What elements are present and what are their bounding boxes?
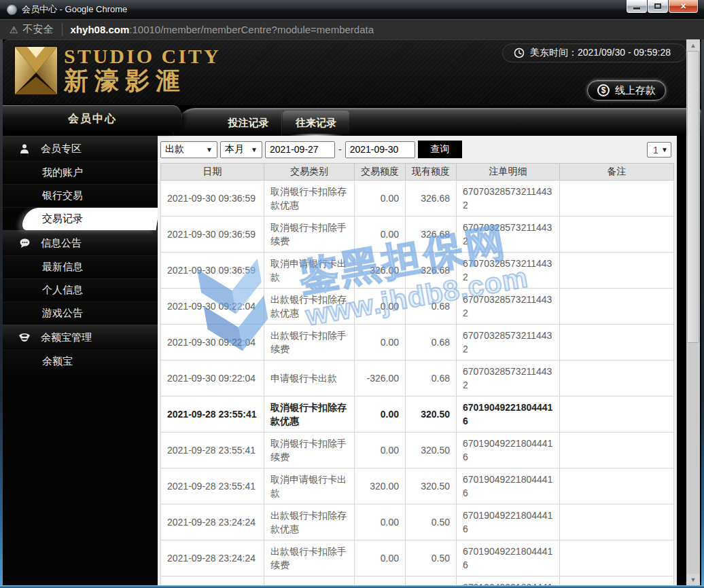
address-bar[interactable]: ⚠ 不安全 xhyh08.com:10010/member/memberCent… [0,19,704,39]
site-header: STUDIO CITY 新濠影滙 美东时间：2021/09/30 - 09:59… [3,39,701,105]
cell-balance: 320.50 [406,397,457,433]
cell-balance: 320.50 [406,468,457,504]
sidebar-item-bank-transactions[interactable]: 银行交易 [3,184,158,207]
cell-detail: 670703285732114432 [457,217,560,253]
scrollbar-thumb[interactable] [687,51,699,343]
cell-detail: 670190492218044416 [457,540,560,576]
sidebar-item-personal-info[interactable]: 个人信息 [3,278,158,301]
scroll-down-arrow-icon[interactable]: ▼ [686,574,700,585]
cell-amount: 0.00 [355,289,406,325]
cell-detail: 670190492218044416 [457,576,560,586]
close-icon: × [680,1,686,11]
cell-amount: 0.00 [355,217,406,253]
cell-balance: 320.50 [406,433,457,468]
main-content: 出款▼ 本月▼ - 查询 1▼ [158,136,677,585]
cell-date: 2021-09-28 23:55:41 [161,433,264,468]
table-row: 2021-09-30 09:22:04 出款银行卡扣除存款优惠 0.00 0.6… [161,289,674,325]
sidebar-item-yuebao[interactable]: 余额宝 [3,350,158,373]
cell-type: 出款银行卡扣除存款优惠 [264,289,355,325]
sidebar-item-transaction-records[interactable]: 交易记录 [3,207,158,230]
maximize-button[interactable] [648,0,668,13]
col-type: 交易类别 [264,164,355,181]
url-text: xhyh08.com:10010/member/memberCentre?mod… [71,24,374,35]
cell-detail: 670703285732114432 [457,325,560,361]
table-row: 2021-09-30 09:22:04 出款银行卡扣除手续费 0.00 0.68… [161,325,674,361]
date-range-separator: - [338,144,342,155]
message-icon [18,237,31,249]
cell-note [560,217,674,253]
cell-note [560,397,674,433]
table-row: 2021-09-28 23:55:41 取消银行卡扣除存款优惠 0.00 320… [161,397,674,433]
cell-amount: -320.00 [355,576,406,586]
window-border-bottom [0,585,704,588]
sidebar-item-game-announcements[interactable]: 游戏公告 [3,301,158,325]
col-amount: 交易额度 [355,164,406,181]
chevron-down-icon: ▼ [661,146,668,153]
chevron-down-icon: ▼ [206,146,213,153]
tab-betting-records[interactable]: 投注记录 [215,111,282,136]
maximize-icon [654,3,661,9]
member-centre-label: 会员中心 [68,112,117,126]
vertical-scrollbar[interactable]: ▲ ▼ [686,39,700,585]
period-select[interactable]: 本月▼ [220,141,262,158]
table-row: 2021-09-30 09:36:59 取消银行卡扣除存款优惠 0.00 326… [161,181,674,217]
cell-type: 取消银行卡扣除手续费 [264,433,355,468]
online-deposit-button[interactable]: $ 线上存款 [587,80,666,100]
cell-balance: 0.68 [406,289,457,325]
table-row: 2021-09-30 09:36:59 取消银行卡扣除手续费 0.00 326.… [161,217,674,253]
cell-type: 申请银行卡出款 [264,361,355,397]
cell-type: 取消申请银行卡出款 [264,253,355,289]
cell-amount: 0.00 [355,181,406,217]
window-title: 会员中心 - Google Chrome [22,3,127,16]
studio-city-x-logo-icon [14,45,58,96]
cell-detail: 670703285732114432 [457,361,560,397]
site-logo[interactable]: STUDIO CITY 新濠影滙 [14,45,221,96]
cell-balance: 326.68 [406,253,457,289]
page-content: STUDIO CITY 新濠影滙 美东时间：2021/09/30 - 09:59… [3,39,701,585]
window-titlebar[interactable]: 会员中心 - Google Chrome × [0,0,704,19]
date-to-input[interactable] [345,141,415,158]
cell-detail: 670703285732114432 [457,289,560,325]
transaction-type-select[interactable]: 出款▼ [160,141,217,158]
sidebar-section-member-zone[interactable]: 会员专区 [3,136,158,161]
cell-balance: 0.68 [406,325,457,361]
cell-date: 2021-09-28 23:55:41 [161,468,264,504]
scroll-up-arrow-icon[interactable]: ▲ [686,39,700,51]
cell-note [560,433,674,468]
query-button[interactable]: 查询 [418,141,462,158]
online-deposit-label: 线上存款 [615,84,656,97]
cell-type: 取消银行卡扣除手续费 [264,217,355,253]
cell-date: 2021-09-28 23:24:24 [161,576,264,586]
close-button[interactable]: × [669,0,698,13]
cell-amount: 0.00 [355,540,406,576]
cell-note [560,253,674,289]
sidebar-section-yuebao-management[interactable]: 余额宝管理 [3,325,158,350]
minimize-button[interactable] [627,0,647,13]
member-centre-header[interactable]: 会员中心 [3,105,182,133]
sidebar-item-latest-info[interactable]: 最新信息 [3,255,158,278]
cell-type: 取消银行卡扣除存款优惠 [264,181,355,217]
cell-amount: 0.00 [355,325,406,361]
cell-amount: 0.00 [355,397,406,433]
window-border-right [701,39,704,588]
cell-note [560,361,674,397]
table-row: 2021-09-28 23:24:24 申请银行卡出款 -320.00 0.50… [161,576,674,586]
sidebar-section-announcements[interactable]: 信息公告 [3,230,158,255]
sidebar-section-label: 信息公告 [41,237,82,250]
cell-date: 2021-09-30 09:22:04 [161,289,264,325]
window-controls: × [626,0,698,13]
cell-note [560,289,674,325]
col-balance: 现有额度 [406,164,457,181]
transactions-table: 日期 交易类别 交易额度 现有额度 注单明细 备注 2021-09-30 09:… [160,163,674,585]
minimize-icon [633,7,640,10]
page-number-select[interactable]: 1▼ [647,142,671,158]
sidebar-section-label: 余额宝管理 [41,331,92,344]
table-row: 2021-09-28 23:55:41 取消银行卡扣除手续费 0.00 320.… [161,433,674,468]
sidebar-item-my-account[interactable]: 我的账户 [3,161,158,184]
cell-type: 出款银行卡扣除手续费 [264,540,355,576]
server-time-display: 美东时间：2021/09/30 - 09:59:28 [502,43,686,62]
brand-name-cn: 新濠影滙 [64,67,221,94]
cell-date: 2021-09-30 09:22:04 [161,325,264,361]
date-from-input[interactable] [265,141,335,158]
tab-transaction-records[interactable]: 往来记录 [283,111,349,136]
